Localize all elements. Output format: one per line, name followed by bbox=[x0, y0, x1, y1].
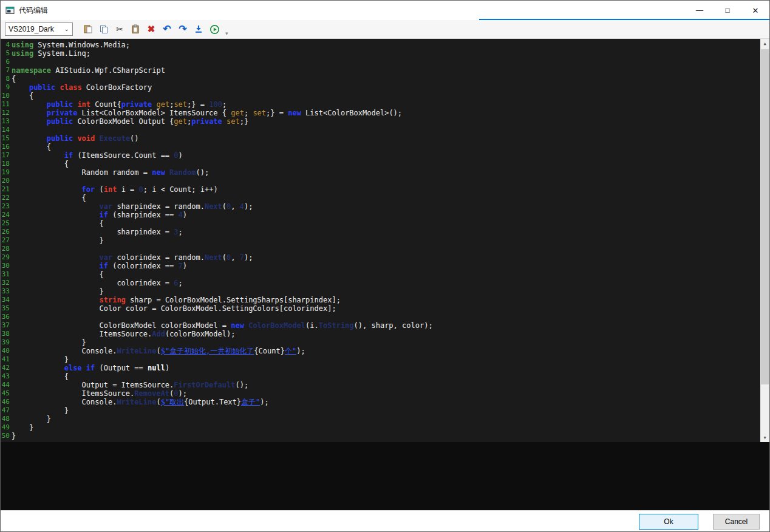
maximize-button[interactable]: □ bbox=[714, 1, 741, 20]
window-controls: — □ ✕ bbox=[686, 1, 769, 20]
code-edit-dialog: 代码编辑 — □ ✕ VS2019_Dark ⌄ ✂ bbox=[0, 0, 770, 532]
toolbar-overflow-icon[interactable]: ▾ bbox=[225, 30, 228, 38]
minimize-button[interactable]: — bbox=[686, 1, 714, 20]
line-number: 48 bbox=[1, 415, 12, 423]
titlebar: 代码编辑 — □ ✕ bbox=[1, 1, 769, 20]
line-number: 9 bbox=[1, 83, 12, 92]
line-number: 36 bbox=[1, 313, 12, 321]
redo-button[interactable]: ↷ bbox=[175, 22, 190, 36]
undo-button[interactable]: ↶ bbox=[160, 22, 174, 36]
line-number: 40 bbox=[1, 347, 12, 355]
theme-select[interactable]: VS2019_Dark ⌄ bbox=[5, 22, 73, 36]
line-number: 16 bbox=[1, 143, 12, 151]
paste-page-icon bbox=[83, 24, 93, 34]
code-editor: 4567891011121314151617181920212223242526… bbox=[1, 39, 769, 442]
line-number: 19 bbox=[1, 168, 12, 177]
code-line: ItemsSource.Add(colorBoxModel); bbox=[12, 330, 760, 338]
line-number: 20 bbox=[1, 177, 12, 185]
line-number: 28 bbox=[1, 245, 12, 253]
line-number: 23 bbox=[1, 202, 12, 211]
app-icon bbox=[5, 5, 15, 15]
line-number: 30 bbox=[1, 262, 12, 270]
code-line: } bbox=[12, 236, 760, 245]
copy-icon bbox=[99, 24, 109, 34]
code-line: public ColorBoxModel Output {get;private… bbox=[12, 117, 760, 126]
code-line: string sharp = ColorBoxModel.SettingShar… bbox=[12, 296, 760, 304]
line-number: 13 bbox=[1, 117, 12, 126]
line-number: 21 bbox=[1, 185, 12, 194]
code-line: { bbox=[12, 143, 760, 151]
scrollbar-thumb[interactable] bbox=[761, 49, 769, 384]
line-number: 18 bbox=[1, 160, 12, 168]
toolbar: VS2019_Dark ⌄ ✂ ✖ bbox=[1, 20, 769, 39]
line-number: 14 bbox=[1, 126, 12, 134]
line-number: 37 bbox=[1, 321, 12, 330]
delete-icon: ✖ bbox=[148, 25, 155, 33]
code-line: { bbox=[12, 75, 760, 83]
code-line: using System.Windows.Media; bbox=[12, 41, 760, 49]
ok-button[interactable]: Ok bbox=[639, 514, 698, 530]
code-line: if (colorindex == 7) bbox=[12, 262, 760, 270]
download-icon bbox=[194, 24, 203, 34]
paste-new-button[interactable] bbox=[81, 22, 95, 36]
line-number: 6 bbox=[1, 58, 12, 66]
code-line: var colorindex = random.Next(0, 7); bbox=[12, 253, 760, 262]
code-line: Random random = new Random(); bbox=[12, 168, 760, 177]
line-number: 25 bbox=[1, 219, 12, 228]
line-number: 46 bbox=[1, 398, 12, 406]
line-number: 45 bbox=[1, 389, 12, 398]
line-number: 27 bbox=[1, 236, 12, 245]
import-button[interactable] bbox=[191, 22, 206, 36]
line-number: 15 bbox=[1, 134, 12, 143]
scroll-up-arrow[interactable]: ▲ bbox=[760, 39, 769, 48]
line-number: 12 bbox=[1, 109, 12, 117]
accent-line bbox=[479, 19, 769, 20]
line-number: 32 bbox=[1, 279, 12, 287]
code-line: { bbox=[12, 194, 760, 202]
code-line: private List<ColorBoxModel> ItemsSource … bbox=[12, 109, 760, 117]
line-number: 22 bbox=[1, 194, 12, 202]
line-number: 33 bbox=[1, 287, 12, 296]
code-line: sharpindex = 3; bbox=[12, 228, 760, 236]
line-number: 41 bbox=[1, 355, 12, 364]
line-number: 42 bbox=[1, 364, 12, 372]
copy-button[interactable] bbox=[97, 22, 111, 36]
line-number: 24 bbox=[1, 211, 12, 219]
code-line: } bbox=[12, 355, 760, 364]
code-line: } bbox=[12, 423, 760, 432]
run-icon bbox=[210, 24, 220, 35]
code-line: public int Count{private get;set;} = 100… bbox=[12, 100, 760, 109]
scrollbar-track[interactable] bbox=[760, 48, 769, 433]
code-line bbox=[12, 313, 760, 321]
code-line: { bbox=[12, 372, 760, 381]
code-line: public void Execute() bbox=[12, 134, 760, 143]
code-line bbox=[12, 126, 760, 134]
line-number: 8 bbox=[1, 75, 12, 83]
scroll-down-arrow[interactable]: ▼ bbox=[760, 433, 769, 442]
cut-button[interactable]: ✂ bbox=[112, 22, 127, 36]
code-line: Console.WriteLine($"盒子初始化,一共初始化了{Count}个… bbox=[12, 347, 760, 355]
lower-panel bbox=[1, 442, 769, 510]
close-button[interactable]: ✕ bbox=[741, 1, 769, 20]
line-number: 44 bbox=[1, 381, 12, 389]
line-number: 10 bbox=[1, 92, 12, 100]
paste-button[interactable] bbox=[128, 22, 143, 36]
code-line: { bbox=[12, 219, 760, 228]
run-button[interactable] bbox=[207, 22, 222, 36]
clear-button[interactable]: ✖ bbox=[144, 22, 158, 36]
chevron-down-icon: ⌄ bbox=[64, 26, 69, 32]
code-line bbox=[12, 58, 760, 66]
cancel-button[interactable]: Cancel bbox=[713, 514, 760, 530]
clipboard-icon bbox=[131, 24, 140, 34]
code-line: } bbox=[12, 287, 760, 296]
vertical-scrollbar[interactable]: ▲ ▼ bbox=[760, 39, 769, 442]
window-title: 代码编辑 bbox=[19, 5, 48, 16]
code-line: for (int i = 0; i < Count; i++) bbox=[12, 185, 760, 194]
line-number: 11 bbox=[1, 100, 12, 109]
code-line: } bbox=[12, 415, 760, 423]
code-line: { bbox=[12, 92, 760, 100]
line-number: 43 bbox=[1, 372, 12, 381]
code-lines[interactable]: using System.Windows.Media;using System.… bbox=[12, 39, 760, 442]
code-line: else if (Output == null) bbox=[12, 364, 760, 372]
code-line: public class ColorBoxFactory bbox=[12, 83, 760, 92]
